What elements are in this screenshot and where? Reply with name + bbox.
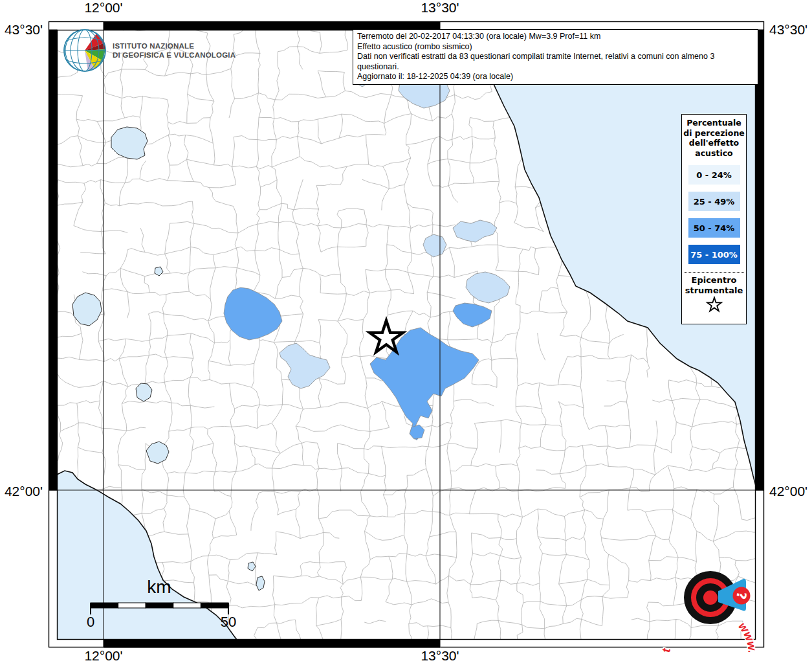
lon-label-bottom-left: 12°00' [84, 648, 122, 663]
screenshot-root: km050 12°00' 13°30' 12°00' 13°30' 43°30'… [0, 0, 812, 663]
legend-divider [685, 272, 744, 273]
scale-bar-unit: km [147, 577, 171, 597]
legend-epicenter-star-icon [705, 296, 723, 313]
logo-target-center [703, 590, 718, 605]
info-line-event: Terremoto del 20-02-2017 04:13:30 (ora l… [357, 32, 754, 42]
scale-bar-end: 50 [221, 614, 236, 630]
ingv-header: ISTITUTO NAZIONALE DI GEOFISICA E VULCAN… [62, 28, 236, 73]
info-line-updated: Aggiornato il: 18-12-2025 04:39 (ora loc… [357, 72, 754, 82]
lat-label-left-top: 43°30' [0, 22, 43, 38]
legend-epicenter-title: Epicentro strumentale [685, 275, 743, 296]
legend-class-25-49: 25 - 49% [688, 192, 740, 211]
ingv-name: ISTITUTO NAZIONALE DI GEOFISICA E VULCAN… [113, 41, 236, 60]
haisentito-logo: ? www.haisentitoilterremoto.it [657, 546, 763, 652]
legend-class-75-100: 75 - 100% [688, 245, 740, 264]
ingv-globe-icon [62, 28, 107, 73]
scale-bar-start: 0 [87, 614, 94, 630]
legend-class-0-24: 0 - 24% [688, 165, 740, 185]
legend-class-50-74: 50 - 74% [688, 218, 740, 238]
lon-label-top-left: 12°00' [84, 0, 122, 16]
legend: Percentuale di percezione dell'effetto a… [681, 114, 747, 324]
lon-label-top-right: 13°30' [421, 0, 459, 16]
ingv-name-line2: DI GEOFISICA E VULCANOLOGIA [113, 51, 236, 60]
lat-label-right-bottom: 42°00' [769, 484, 807, 499]
lat-label-left-bottom: 42°00' [0, 484, 43, 499]
info-line-data: Dati non verificati estratti da 83 quest… [357, 52, 754, 72]
info-line-effect: Effetto acustico (rombo sismico) [357, 42, 754, 52]
lon-label-bottom-right: 13°30' [421, 648, 459, 663]
lat-label-right-top: 43°30' [769, 22, 807, 38]
legend-title: Percentuale di percezione dell'effetto a… [683, 118, 745, 158]
ingv-name-line1: ISTITUTO NAZIONALE [113, 41, 236, 51]
earthquake-info-box: Terremoto del 20-02-2017 04:13:30 (ora l… [353, 29, 758, 85]
logo-question-badge: ? [733, 587, 751, 605]
logo-circular-text: www.haisentitoilterremoto.it [659, 620, 758, 652]
